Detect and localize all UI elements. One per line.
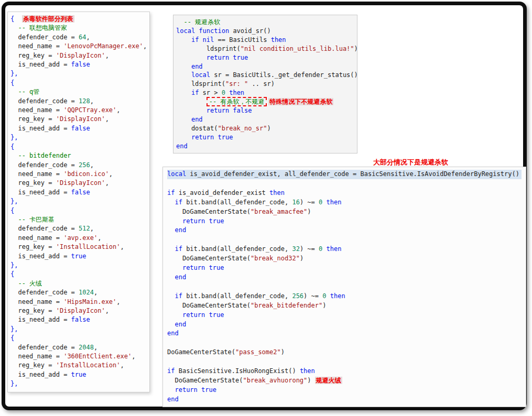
code-line: if BasicSensitive.IsHuoRongExist() then [167, 367, 522, 376]
code-line: -- 卡巴斯基 [10, 215, 147, 224]
code-line: reg_key = 'InstallLocation', [10, 243, 147, 251]
code-line: defender_code = 512, [10, 224, 147, 233]
code-token: 'InstallLocation' [56, 243, 121, 250]
code-token: avoid_sr() [229, 27, 270, 35]
code-line: -- 火绒 [10, 279, 147, 288]
code-line: { 杀毒软件部分列表 [10, 15, 147, 24]
code-line: return true [167, 264, 522, 273]
code-token: 'LenovoPcManager.exe' [63, 42, 143, 50]
code-line: return true [167, 311, 522, 320]
code-token: return true [182, 217, 224, 225]
code-token: 1024 [79, 289, 94, 296]
code-token: 'avp.exe' [63, 234, 97, 242]
code-token: need_name = [10, 298, 63, 305]
code-line: if bit.band(all_defender_code, 256) ~= 0… [167, 292, 522, 301]
code-line: if sr > 0 then [176, 89, 354, 97]
code-token: ) [281, 348, 285, 356]
code-token: return false [207, 107, 252, 114]
code-token: if [175, 292, 182, 300]
code-token: need_name = [10, 353, 63, 360]
code-line: -- bitdefender [10, 151, 147, 160]
code-token: 'DisplayIcon' [56, 52, 105, 59]
code-token: sr = BasicUtils._get_defender_status() [210, 71, 358, 79]
code-token: true [71, 371, 86, 378]
code-line [167, 179, 522, 189]
code-token: if [191, 36, 199, 43]
code-line: defender_code = 256, [10, 161, 147, 170]
code-line: local function avoid_sr() [176, 27, 354, 36]
annotation-mostly-avoid-note: 大部分情况下是规避杀软 [373, 158, 448, 167]
code-line: end [176, 62, 354, 71]
code-token: end [175, 226, 186, 234]
code-token: reg_key = [10, 243, 56, 250]
code-token: 'DisplayIcon' [56, 115, 105, 123]
code-token: }, [10, 134, 18, 141]
code-annotation: 特殊情况下不规避杀软 [268, 98, 333, 105]
code-line: end [176, 115, 354, 124]
code-token [326, 292, 330, 300]
code-token: "pass_some2" [235, 348, 281, 356]
code-token: 512 [79, 225, 90, 232]
code-token: is_need_add = [10, 371, 71, 378]
code-token: , [116, 106, 120, 114]
code-token: ) ~= [303, 292, 322, 300]
code-line: return true [176, 53, 354, 62]
code-line: if is_avoid_defender_exist then [167, 189, 522, 198]
code-token: defender_code = [10, 161, 79, 169]
code-token: DoGameCenterState( [167, 348, 235, 356]
code-token [167, 311, 182, 319]
code-token: end [191, 63, 203, 70]
code-line: -- q管 [10, 87, 147, 96]
code-line: need_name = '360EntClient.exe', [10, 352, 147, 361]
code-token: ) [307, 377, 314, 384]
code-line: is_need_add = false [10, 188, 147, 197]
code-token: , [105, 115, 109, 123]
code-line: is_need_add = false [10, 60, 147, 69]
code-token: bit.band(all_defender_code, [182, 245, 292, 253]
code-token [176, 71, 191, 79]
code-token: , [94, 289, 97, 296]
code-token: return true [191, 134, 233, 141]
code-line: }, [10, 325, 147, 334]
code-line: return true [167, 386, 522, 395]
code-token: , [97, 234, 101, 242]
code-token: 'QQPCTray.exe' [63, 106, 116, 114]
code-token [167, 273, 175, 281]
code-line: end [167, 329, 522, 338]
code-token: then [269, 189, 285, 196]
code-token: reg_key = [10, 52, 56, 59]
code-token: end [167, 396, 179, 403]
code-token: .. sr) [248, 80, 275, 87]
code-token: 2048 [79, 344, 94, 351]
code-token [176, 134, 191, 141]
code-token: -- q管 [10, 88, 39, 95]
code-token: -- 卡巴斯基 [10, 216, 55, 223]
code-token: nil [203, 36, 214, 43]
code-line: { [10, 143, 147, 151]
code-line: local is_avoid_defender_exist, all_defen… [167, 170, 522, 179]
code-line: end [167, 273, 522, 282]
code-line: need_name = 'bdicon.ico', [10, 170, 147, 179]
code-token: , [121, 243, 124, 250]
code-token: ) [267, 125, 270, 132]
code-line: if bit.band(all_defender_code, 32) ~= 0 … [167, 245, 522, 254]
code-token [167, 386, 175, 393]
code-token: defender_code = [10, 344, 79, 351]
code-token [176, 98, 207, 105]
antivirus-list-code-panel: { 杀毒软件部分列表 -- 联想电脑管家 defender_code = 64,… [7, 12, 150, 392]
code-token: , [90, 97, 94, 105]
code-token [176, 63, 191, 70]
code-token: 16 [292, 199, 299, 206]
code-token: is_need_add = [10, 61, 71, 68]
code-token: { [10, 334, 14, 342]
code-token: end [176, 143, 188, 150]
code-token: is_need_add = [10, 316, 71, 323]
code-token: ldsprint( [176, 80, 225, 87]
code-token: , [143, 42, 147, 50]
code-line: return false [176, 106, 354, 115]
code-line: }, [10, 133, 147, 142]
code-line: }, [10, 69, 147, 78]
code-token: -- bitdefender [10, 152, 71, 159]
code-token: , [94, 344, 97, 351]
code-token: ) ~= [300, 199, 319, 206]
